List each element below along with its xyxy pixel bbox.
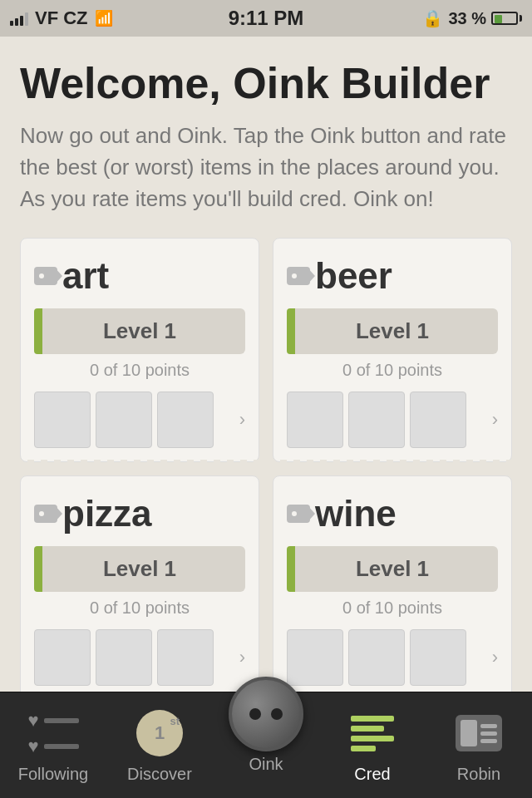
tag-icon-wine [287, 505, 310, 523]
thumbnail-3-beer [410, 392, 466, 448]
points-text-art: 0 of 10 points [34, 361, 245, 380]
thumbnail-2-beer [348, 392, 405, 448]
thumbnail-2-pizza [96, 629, 152, 686]
thumbnail-strip-beer: › [287, 392, 498, 448]
level-indicator-wine [287, 546, 295, 592]
robin-avatar [461, 720, 477, 746]
tab-robin-label: Robin [457, 765, 500, 784]
tab-robin[interactable]: Robin [429, 707, 529, 784]
heart-icon-2: ♥ [27, 736, 38, 757]
oink-button[interactable] [229, 677, 303, 751]
oink-eyes [249, 708, 283, 720]
signal-icon [10, 11, 28, 26]
cred-icon [351, 716, 394, 751]
carrier-label: VF CZ [35, 7, 88, 29]
level-button-pizza[interactable]: Level 1 [34, 546, 245, 592]
tab-following-label: Following [18, 765, 88, 784]
category-card-pizza[interactable]: pizza Level 1 0 of 10 points › [20, 475, 259, 700]
tab-oink[interactable]: Oink [216, 677, 316, 774]
cred-line-2 [351, 726, 384, 732]
thumbnail-3-art [157, 392, 214, 448]
tab-cred-label: Cred [354, 765, 390, 784]
tab-bar: ♥ ♥ Following 1 st Discover [0, 692, 532, 798]
thumbnail-strip-pizza: › [34, 629, 245, 686]
cred-line-3 [351, 736, 394, 741]
following-icon: ♥ ♥ [27, 710, 78, 757]
thumbnail-strip-art: › [34, 392, 245, 448]
battery-label: 33 % [448, 9, 486, 28]
thumbnail-1-pizza [34, 629, 91, 686]
status-bar: VF CZ 📶 9:11 PM 🔒 33 % [0, 0, 532, 37]
category-name-beer: beer [287, 255, 498, 297]
strip-arrow-beer[interactable]: › [492, 409, 498, 431]
tag-icon-pizza [34, 505, 57, 523]
tag-icon-beer [287, 267, 310, 285]
level-indicator-art [34, 308, 42, 354]
discover-icon-wrap: 1 st [133, 707, 186, 760]
thumbnail-1-art [34, 392, 91, 448]
level-indicator-beer [287, 308, 295, 354]
time-display: 9:11 PM [229, 7, 304, 30]
category-name-pizza: pizza [34, 493, 245, 534]
status-left: VF CZ 📶 [10, 7, 113, 29]
robin-line-3 [480, 739, 497, 743]
level-indicator-pizza [34, 546, 42, 592]
heart-icon: ♥ [27, 710, 38, 732]
points-text-pizza: 0 of 10 points [34, 598, 245, 618]
cred-icon-wrap [346, 707, 399, 760]
following-line-1 [44, 718, 79, 723]
status-right: 🔒 33 % [422, 8, 522, 28]
battery-icon [491, 12, 522, 25]
lock-icon: 🔒 [422, 8, 443, 28]
points-text-beer: 0 of 10 points [287, 361, 498, 380]
welcome-subtitle: Now go out and Oink. Tap the Oink button… [20, 121, 512, 214]
category-card-beer[interactable]: beer Level 1 0 of 10 points › [273, 238, 512, 462]
robin-icon-wrap [452, 707, 505, 760]
category-grid: art Level 1 0 of 10 points › beer Le [20, 238, 512, 700]
robin-lines [480, 724, 497, 743]
following-line-2 [44, 744, 79, 749]
tab-cred[interactable]: Cred [323, 707, 422, 784]
tag-icon-art [34, 267, 57, 285]
robin-line-2 [480, 732, 497, 736]
tab-discover-label: Discover [127, 765, 192, 784]
strip-arrow-wine[interactable]: › [492, 647, 498, 668]
discover-badge-icon: 1 st [136, 710, 183, 756]
following-icon-wrap: ♥ ♥ [27, 707, 80, 760]
level-button-art[interactable]: Level 1 [34, 308, 245, 354]
thumbnail-2-wine [348, 629, 405, 686]
thumbnail-3-pizza [157, 629, 214, 686]
thumbnail-2-art [96, 392, 152, 448]
strip-arrow-pizza[interactable]: › [239, 647, 245, 668]
wifi-icon: 📶 [95, 9, 113, 27]
category-card-art[interactable]: art Level 1 0 of 10 points › [20, 238, 259, 462]
category-name-art: art [34, 255, 245, 297]
cred-line-1 [351, 716, 394, 722]
category-name-wine: wine [287, 493, 498, 534]
cred-line-4 [351, 746, 376, 751]
main-content: Welcome, Oink Builder Now go out and Oin… [0, 37, 532, 723]
robin-line-1 [480, 724, 497, 728]
level-button-wine[interactable]: Level 1 [287, 546, 498, 592]
points-text-wine: 0 of 10 points [287, 598, 498, 618]
strip-arrow-art[interactable]: › [239, 409, 245, 431]
tab-following[interactable]: ♥ ♥ Following [3, 707, 103, 784]
thumbnail-3-wine [410, 629, 466, 686]
robin-icon [456, 715, 502, 751]
category-card-wine[interactable]: wine Level 1 0 of 10 points › [273, 475, 512, 700]
thumbnail-1-beer [287, 392, 343, 448]
level-button-beer[interactable]: Level 1 [287, 308, 498, 354]
oink-eye-left [249, 708, 261, 720]
tab-discover[interactable]: 1 st Discover [110, 707, 209, 784]
welcome-title: Welcome, Oink Builder [20, 60, 512, 107]
thumbnail-strip-wine: › [287, 629, 498, 686]
tab-oink-label: Oink [249, 755, 283, 774]
oink-eye-right [271, 708, 283, 720]
